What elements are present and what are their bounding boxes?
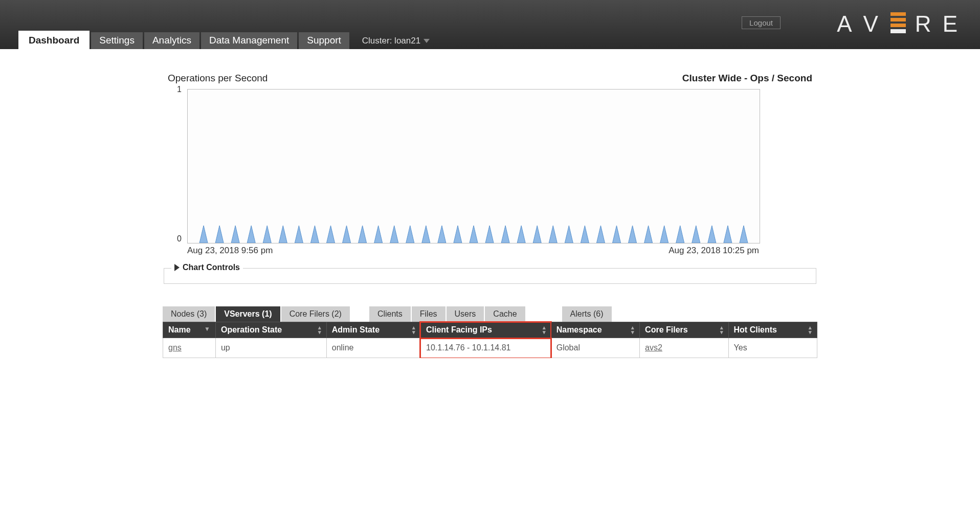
col-hot-label: Hot Clients <box>734 325 777 334</box>
tab-settings[interactable]: Settings <box>91 32 143 49</box>
tab-dashboard[interactable]: Dashboard <box>18 31 90 49</box>
logo-letter-e2: E <box>943 11 961 37</box>
subtab-vservers[interactable]: VServers (1) <box>216 306 281 322</box>
col-cf-label: Core Filers <box>645 325 688 334</box>
x-end-label: Aug 23, 2018 10:25 pm <box>669 246 759 256</box>
col-name-label: Name <box>168 325 191 334</box>
chart-title-right: Cluster Wide - Ops / Second <box>682 73 812 84</box>
col-ip-label: Client Facing IPs <box>426 325 492 334</box>
col-client-ips[interactable]: Client Facing IPs <box>420 322 551 338</box>
cell-hot-clients: Yes <box>728 338 817 358</box>
subtab-cache[interactable]: Cache <box>485 306 526 322</box>
col-admin-state[interactable]: Admin State <box>326 322 420 338</box>
chart-plot[interactable] <box>187 89 760 243</box>
tab-data-management[interactable]: Data Management <box>201 32 297 49</box>
main-nav: Dashboard Settings Analytics Data Manage… <box>18 31 430 49</box>
cell-admin-state: online <box>326 338 420 358</box>
chart-controls-toggle[interactable]: Chart Controls <box>171 263 243 272</box>
avere-logo: A V R E <box>837 9 961 39</box>
sort-icon <box>809 325 812 335</box>
logo-letter-e <box>890 12 906 36</box>
col-ns-label: Namespace <box>556 325 602 334</box>
chart-spikes <box>188 223 760 243</box>
chart-title-left: Operations per Second <box>168 73 268 84</box>
subtab-clients[interactable]: Clients <box>369 306 412 322</box>
cell-op-state: up <box>215 338 326 358</box>
cell-namespace: Global <box>551 338 639 358</box>
core-filer-link[interactable]: avs2 <box>645 343 662 352</box>
subtab-nodes[interactable]: Nodes (3) <box>163 306 216 322</box>
logo-letter-v: V <box>863 11 881 37</box>
chart-controls-label: Chart Controls <box>183 263 240 272</box>
cluster-selector[interactable]: Cluster: loan21 <box>351 36 430 49</box>
sort-icon <box>318 325 321 335</box>
tab-support[interactable]: Support <box>299 32 349 49</box>
subtab-files[interactable]: Files <box>412 306 447 322</box>
col-namespace[interactable]: Namespace <box>551 322 639 338</box>
subtab-corefilers[interactable]: Core Filers (2) <box>281 306 351 322</box>
cell-client-ips: 10.1.14.76 - 10.1.14.81 <box>420 338 551 358</box>
col-admin-label: Admin State <box>332 325 380 334</box>
chart-area: 1 0 Aug 23, 2018 9:56 pm Aug 23, 2018 10… <box>187 89 817 256</box>
cluster-label-text: Cluster: loan21 <box>362 36 420 46</box>
chevron-down-icon <box>424 39 430 43</box>
ytick-1: 1 <box>177 85 182 94</box>
chart-header: Operations per Second Cluster Wide - Ops… <box>163 73 817 89</box>
subtab-users[interactable]: Users <box>447 306 485 322</box>
sort-icon <box>412 325 415 335</box>
x-start-label: Aug 23, 2018 9:56 pm <box>187 246 273 256</box>
col-hot-clients[interactable]: Hot Clients <box>728 322 817 338</box>
content: Operations per Second Cluster Wide - Ops… <box>163 49 817 358</box>
col-name[interactable]: Name▼ <box>163 322 216 338</box>
vserver-name-link[interactable]: gns <box>168 343 182 352</box>
sort-icon <box>631 325 634 335</box>
sort-desc-icon: ▼ <box>204 325 210 332</box>
chart-controls[interactable]: Chart Controls <box>164 268 816 284</box>
logo-letter-a: A <box>837 11 855 37</box>
sort-icon <box>720 325 723 335</box>
sort-icon <box>543 325 546 335</box>
sub-tabs: Nodes (3) VServers (1) Core Filers (2) C… <box>163 306 817 322</box>
col-op-state[interactable]: Operation State <box>215 322 326 338</box>
top-bar: Logout A V R E Dashboard Settings Analyt… <box>0 0 980 49</box>
x-axis-labels: Aug 23, 2018 9:56 pm Aug 23, 2018 10:25 … <box>187 246 759 256</box>
table-row: gns up online 10.1.14.76 - 10.1.14.81 Gl… <box>163 338 817 358</box>
col-op-label: Operation State <box>221 325 282 334</box>
ytick-0: 0 <box>177 234 182 243</box>
logout-button[interactable]: Logout <box>742 16 781 29</box>
table-header-row: Name▼ Operation State Admin State Client… <box>163 322 817 338</box>
logo-letter-r: R <box>915 11 934 37</box>
subtab-alerts[interactable]: Alerts (6) <box>562 306 613 322</box>
vservers-table: Name▼ Operation State Admin State Client… <box>163 322 817 358</box>
tab-analytics[interactable]: Analytics <box>144 32 199 49</box>
col-core-filers[interactable]: Core Filers <box>640 322 728 338</box>
triangle-right-icon <box>174 264 180 271</box>
